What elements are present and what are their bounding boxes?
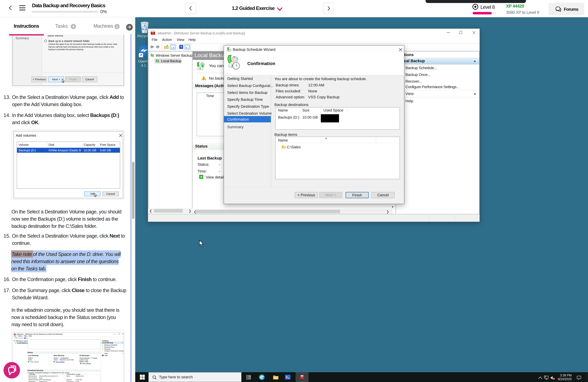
svg-text:?: ? — [180, 45, 182, 49]
svg-text:?: ? — [25, 337, 25, 339]
